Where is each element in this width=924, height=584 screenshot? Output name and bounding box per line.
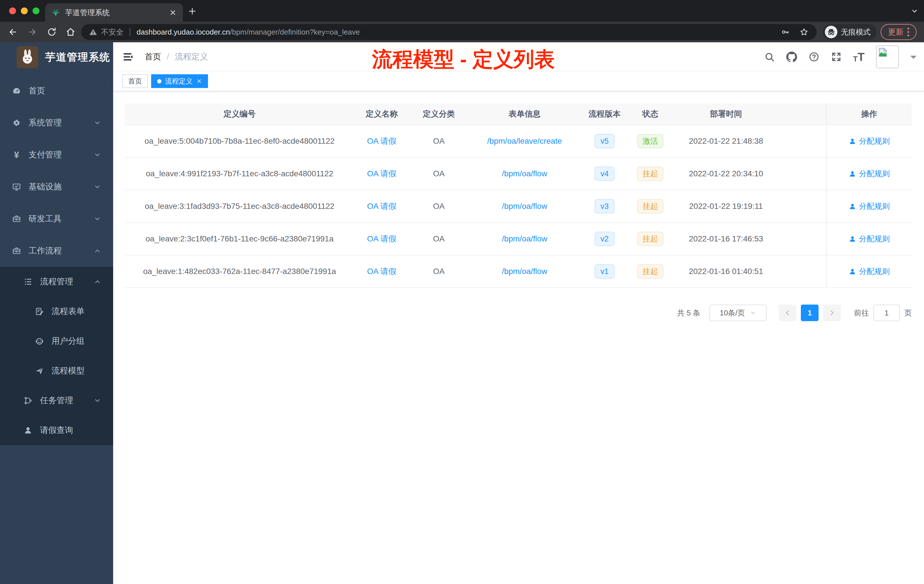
tab-search-chevron-icon[interactable] bbox=[911, 7, 918, 15]
table-body: oa_leave:5:004b710b-7b8a-11ec-8ef0-acde4… bbox=[125, 125, 912, 288]
version-tag: v4 bbox=[594, 167, 615, 181]
new-tab-button[interactable] bbox=[188, 7, 196, 15]
user-icon bbox=[848, 268, 856, 276]
sidebar-item-payment[interactable]: ¥支付管理 bbox=[0, 139, 113, 171]
assign-rule-link[interactable]: 分配规则 bbox=[848, 201, 890, 211]
tag-close-icon[interactable] bbox=[196, 78, 202, 84]
page-number-1[interactable]: 1 bbox=[801, 305, 818, 321]
assign-rule-link[interactable]: 分配规则 bbox=[848, 234, 890, 244]
cell-deploy-time: 2022-01-22 19:19:11 bbox=[672, 190, 780, 222]
column-header-process-version: 流程版本 bbox=[580, 104, 629, 125]
app-logo[interactable]: 芋道管理系统 bbox=[0, 42, 113, 72]
sidebar-item-process-mgmt[interactable]: 流程管理 bbox=[0, 267, 113, 297]
pagination-total: 共 5 条 bbox=[677, 308, 700, 318]
sidebar-item-process-model[interactable]: 流程模型 bbox=[0, 356, 113, 386]
assign-rule-link[interactable]: 分配规则 bbox=[848, 136, 890, 146]
page-size-value: 10条/页 bbox=[720, 308, 745, 318]
assign-rule-label: 分配规则 bbox=[859, 266, 890, 277]
column-header-form-info: 表单信息 bbox=[469, 104, 580, 125]
definition-name-link[interactable]: OA 请假 bbox=[367, 136, 396, 147]
sidebar-item-label: 工作流程 bbox=[28, 245, 62, 257]
annotation-title: 流程模型 - 定义列表 bbox=[372, 49, 555, 70]
prev-page-button[interactable] bbox=[779, 305, 796, 321]
reload-icon[interactable] bbox=[47, 27, 56, 37]
avatar-dropdown-caret-icon[interactable] bbox=[910, 56, 917, 62]
sidebar-item-home[interactable]: 首页 bbox=[0, 75, 113, 107]
github-icon[interactable] bbox=[786, 51, 797, 62]
form-info-link[interactable]: /bpm/oa/flow bbox=[502, 234, 548, 243]
home-icon[interactable] bbox=[66, 27, 76, 37]
help-icon[interactable] bbox=[808, 51, 819, 62]
sidebar-item-process-form[interactable]: 流程表单 bbox=[0, 297, 113, 326]
fullscreen-icon[interactable] bbox=[831, 51, 842, 62]
chevron-up-icon bbox=[94, 278, 101, 285]
cell-spacer bbox=[780, 125, 826, 157]
browser-menu-icon[interactable] bbox=[908, 28, 909, 36]
incognito-badge: 无痕模式 bbox=[823, 24, 876, 40]
sidebar-item-workflow[interactable]: 工作流程 bbox=[0, 235, 113, 267]
status-tag: 激活 bbox=[637, 134, 663, 148]
definition-name-link[interactable]: OA 请假 bbox=[367, 233, 396, 244]
sidebar-item-label: 请假查询 bbox=[40, 425, 73, 436]
sidebar-toggle-hamburger-icon[interactable] bbox=[122, 51, 134, 63]
breadcrumb-home[interactable]: 首页 bbox=[145, 51, 161, 63]
window-zoom-button[interactable] bbox=[33, 7, 40, 14]
sidebar-item-task-mgmt[interactable]: 任务管理 bbox=[0, 386, 113, 416]
cell-definition-id: oa_leave:2:3c1f0ef1-76b1-11ec-9c66-a2380… bbox=[125, 223, 355, 255]
navbar-actions: TT bbox=[764, 45, 917, 68]
window-minimize-button[interactable] bbox=[21, 7, 28, 14]
user-avatar[interactable] bbox=[876, 45, 899, 68]
sidebar-item-user-group[interactable]: 用户分组 bbox=[0, 326, 113, 356]
cell-category: OA bbox=[409, 190, 469, 222]
definition-name-link[interactable]: OA 请假 bbox=[367, 168, 396, 179]
assign-rule-link[interactable]: 分配规则 bbox=[848, 168, 890, 179]
assign-rule-label: 分配规则 bbox=[859, 136, 890, 146]
tab-close-icon[interactable] bbox=[169, 9, 177, 16]
font-size-icon[interactable]: TT bbox=[853, 51, 865, 63]
form-info-link[interactable]: /bpm/oa/flow bbox=[502, 202, 548, 211]
sidebar-item-label: 用户分组 bbox=[51, 335, 84, 347]
form-info-link[interactable]: /bpm/oa/flow bbox=[502, 267, 548, 276]
address-bar[interactable]: 不安全 dashboard.yudao.iocoder.cn/bpm/manag… bbox=[81, 24, 817, 40]
tags-view-tab-active[interactable]: 流程定义 bbox=[151, 74, 208, 88]
definition-name-link[interactable]: OA 请假 bbox=[367, 201, 396, 212]
assign-rule-link[interactable]: 分配规则 bbox=[848, 266, 890, 277]
gear-icon bbox=[12, 118, 21, 127]
sidebar-item-system[interactable]: 系统管理 bbox=[0, 107, 113, 139]
window-close-button[interactable] bbox=[9, 7, 16, 14]
search-icon[interactable] bbox=[764, 51, 775, 62]
goto-page-input[interactable] bbox=[873, 305, 900, 321]
back-icon[interactable] bbox=[8, 27, 18, 37]
version-tag: v1 bbox=[594, 264, 615, 279]
page-size-select[interactable]: 10条/页 bbox=[710, 305, 767, 321]
password-key-icon[interactable] bbox=[781, 28, 790, 36]
sidebar-item-label: 任务管理 bbox=[40, 395, 73, 406]
sidebar-item-leave-query[interactable]: 请假查询 bbox=[0, 416, 113, 445]
briefcase-icon bbox=[12, 246, 21, 256]
forward-icon[interactable] bbox=[27, 27, 37, 37]
main-area: 首页 / 流程定义 流程模型 - 定义列表 TT 首页流程定义 定义编号定义名称… bbox=[113, 42, 924, 584]
bookmark-star-icon[interactable] bbox=[799, 27, 808, 36]
security-label: 不安全 bbox=[101, 27, 124, 37]
sidebar-item-infra[interactable]: 基础设施 bbox=[0, 171, 113, 203]
column-header-actions: 操作 bbox=[826, 104, 912, 125]
definition-name-link[interactable]: OA 请假 bbox=[367, 266, 396, 277]
browser-tab[interactable]: 芋道管理系统 bbox=[45, 3, 183, 22]
not-secure-warning-icon[interactable] bbox=[89, 28, 97, 36]
pagination: 共 5 条 10条/页 1 前往 页 bbox=[125, 305, 912, 321]
status-tag: 挂起 bbox=[637, 264, 663, 279]
form-info-link[interactable]: /bpm/oa/leave/create bbox=[487, 137, 562, 146]
cell-spacer bbox=[780, 256, 826, 287]
column-header-status: 状态 bbox=[629, 104, 672, 125]
next-page-button[interactable] bbox=[823, 305, 841, 321]
cell-category: OA bbox=[409, 256, 469, 287]
status-tag: 挂起 bbox=[637, 232, 663, 246]
breadcrumb-separator: / bbox=[167, 52, 169, 61]
chevron-down-icon bbox=[94, 397, 101, 404]
sidebar-item-devtools[interactable]: 研发工具 bbox=[0, 203, 113, 235]
form-info-link[interactable]: /bpm/oa/flow bbox=[502, 169, 548, 178]
sidebar-item-label: 研发工具 bbox=[28, 213, 62, 224]
column-header-definition-id: 定义编号 bbox=[125, 104, 355, 125]
browser-update-button[interactable]: 更新 bbox=[881, 24, 917, 40]
tags-view-tab[interactable]: 首页 bbox=[122, 74, 148, 88]
